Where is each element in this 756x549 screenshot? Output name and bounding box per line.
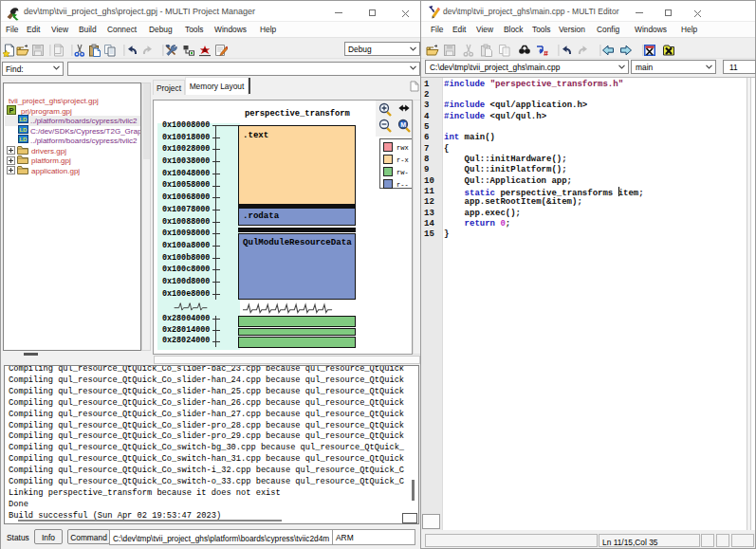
svg-text:LD: LD <box>19 137 28 142</box>
svg-text:LD: LD <box>19 127 28 133</box>
svg-text:LD: LD <box>19 117 28 122</box>
svg-text:P: P <box>9 106 14 115</box>
svg-text:M: M <box>400 121 406 128</box>
